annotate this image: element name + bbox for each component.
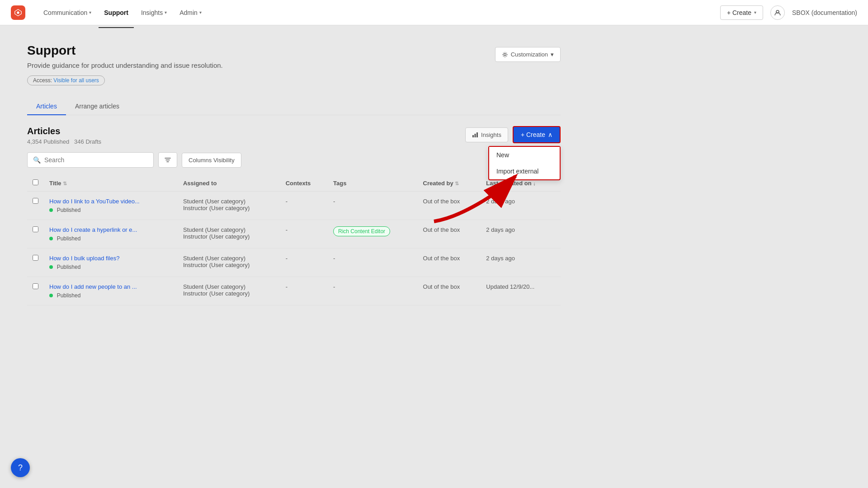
row-2-title-link[interactable]: How do I create a hyperlink or e... — [49, 226, 172, 233]
dropdown-new[interactable]: New — [489, 147, 560, 163]
row-1-tags: - — [328, 192, 418, 220]
articles-title-block: Articles 4,354 Published 346 Drafts — [27, 126, 101, 145]
row-2-checkbox[interactable] — [33, 226, 38, 232]
account-label[interactable]: SBOX (documentation) — [792, 9, 857, 16]
table-row: How do I bulk upload files? Published St… — [27, 249, 561, 277]
tabs-bar: Articles Arrange articles — [27, 98, 561, 115]
row-4-created-by: Out of the box — [418, 277, 481, 305]
tag-rich-content-editor: Rich Content Editor — [333, 226, 390, 236]
svg-point-2 — [504, 53, 506, 56]
articles-header: Articles 4,354 Published 346 Drafts Insi… — [27, 126, 561, 145]
top-navigation: Communication ▾ Support Insights ▾ Admin… — [0, 0, 868, 25]
tab-arrange-articles[interactable]: Arrange articles — [66, 98, 128, 115]
column-tags: Tags — [328, 175, 418, 192]
status-dot-published — [49, 208, 53, 212]
column-checkbox — [27, 175, 44, 192]
search-container[interactable]: 🔍 — [27, 152, 154, 168]
create-chevron-icon: ∧ — [548, 131, 552, 138]
page-title: Support — [27, 43, 223, 58]
admin-chevron-icon: ▾ — [199, 10, 202, 15]
row-1-status: Published — [49, 206, 80, 213]
row-3-contexts: - — [280, 249, 328, 277]
status-dot-published — [49, 294, 53, 297]
nav-support-label: Support — [104, 9, 128, 16]
access-badge: Access: Visible for all users — [27, 75, 105, 85]
columns-visibility-button[interactable]: Columns Visibility — [182, 153, 241, 168]
row-1-title-link[interactable]: How do I link to a YouTube video... — [49, 198, 172, 205]
row-1-assigned-to: Student (User category) Instructor (User… — [178, 192, 280, 220]
table-body: How do I link to a YouTube video... Publ… — [27, 192, 561, 305]
dropdown-import-external[interactable]: Import external — [489, 163, 560, 179]
filter-button[interactable] — [158, 152, 177, 168]
svg-point-0 — [17, 11, 19, 14]
svg-rect-4 — [475, 134, 476, 137]
row-4-contexts: - — [280, 277, 328, 305]
row-2-status: Published — [49, 235, 80, 242]
row-3-title-link[interactable]: How do I bulk upload files? — [49, 255, 172, 262]
select-all-checkbox[interactable] — [33, 179, 38, 185]
search-icon: 🔍 — [33, 156, 41, 164]
row-2-contexts: - — [280, 220, 328, 249]
column-created-by[interactable]: Created by — [418, 175, 481, 192]
create-label: + Create — [521, 131, 545, 138]
nav-communication[interactable]: Communication ▾ — [38, 5, 97, 20]
nav-create-button[interactable]: + Create ▾ — [720, 5, 763, 20]
svg-rect-3 — [472, 135, 474, 137]
app-logo[interactable] — [11, 5, 25, 20]
row-4-title-link[interactable]: How do I add new people to an ... — [49, 283, 172, 290]
create-button[interactable]: + Create ∧ — [513, 126, 561, 143]
column-title[interactable]: Title — [44, 175, 178, 192]
row-4-status: Published — [49, 292, 80, 299]
row-4-checkbox[interactable] — [33, 283, 38, 289]
user-profile-button[interactable] — [770, 5, 785, 20]
published-count: 4,354 Published — [27, 138, 69, 145]
svg-rect-5 — [476, 132, 478, 137]
customization-button[interactable]: Customization ▾ — [495, 47, 561, 62]
column-contexts: Contexts — [280, 175, 328, 192]
main-content: Support Provide guidance for product und… — [0, 25, 588, 324]
tab-articles[interactable]: Articles — [27, 98, 66, 115]
nav-support[interactable]: Support — [99, 5, 134, 20]
row-2-last-updated: 2 days ago — [481, 220, 561, 249]
search-input[interactable] — [44, 156, 148, 164]
page-description: Provide guidance for product understandi… — [27, 61, 223, 69]
row-1-last-updated: 2 days ago — [481, 192, 561, 220]
row-4-tags: - — [328, 277, 418, 305]
row-3-checkbox[interactable] — [33, 255, 38, 261]
gear-icon — [502, 52, 508, 58]
articles-toolbar: 🔍 Columns Visibility — [27, 152, 561, 168]
row-4-last-updated: Updated 12/9/20... — [481, 277, 561, 305]
articles-actions: Insights + Create ∧ New Import external — [465, 126, 561, 143]
status-dot-published — [49, 265, 53, 269]
row-checkbox-1 — [27, 192, 44, 220]
row-checkbox-2 — [27, 220, 44, 249]
drafts-count: 346 Drafts — [74, 138, 101, 145]
insights-button[interactable]: Insights — [465, 127, 508, 142]
insights-label: Insights — [481, 131, 501, 138]
nav-right: + Create ▾ SBOX (documentation) — [720, 5, 857, 20]
nav-admin-label: Admin — [179, 9, 198, 16]
articles-section-title: Articles — [27, 126, 101, 136]
row-3-tags: - — [328, 249, 418, 277]
row-checkbox-3 — [27, 249, 44, 277]
nav-admin[interactable]: Admin ▾ — [174, 5, 207, 20]
table-row: How do I add new people to an ... Publis… — [27, 277, 561, 305]
row-4-assigned-to: Student (User category) Instructor (User… — [178, 277, 280, 305]
nav-insights-label: Insights — [141, 9, 163, 16]
nav-communication-label: Communication — [43, 9, 87, 16]
customization-chevron-icon: ▾ — [551, 51, 554, 58]
table-row: How do I link to a YouTube video... Publ… — [27, 192, 561, 220]
page-header: Support Provide guidance for product und… — [27, 43, 223, 98]
nav-create-label: + Create — [727, 9, 751, 16]
column-assigned-to: Assigned to — [178, 175, 280, 192]
row-2-tags: Rich Content Editor — [328, 220, 418, 249]
articles-count: 4,354 Published 346 Drafts — [27, 138, 101, 145]
nav-insights[interactable]: Insights ▾ — [136, 5, 172, 20]
bar-chart-icon — [472, 131, 478, 138]
row-1-title-cell: How do I link to a YouTube video... Publ… — [44, 192, 178, 220]
row-checkbox-4 — [27, 277, 44, 305]
row-1-checkbox[interactable] — [33, 198, 38, 204]
row-3-assigned-to: Student (User category) Instructor (User… — [178, 249, 280, 277]
communication-chevron-icon: ▾ — [89, 10, 91, 15]
row-2-created-by: Out of the box — [418, 220, 481, 249]
